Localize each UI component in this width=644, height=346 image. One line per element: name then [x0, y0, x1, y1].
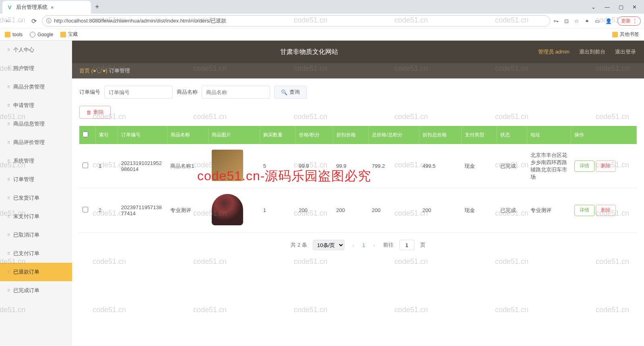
page-size-select[interactable]: 10条/页	[313, 240, 345, 250]
cell-status: 已完成	[497, 144, 527, 188]
menu-icon: ⠿	[7, 214, 10, 219]
cell-total: 200	[369, 188, 419, 233]
sidebar-item-11[interactable]: ⠿已支付订单	[0, 244, 72, 263]
sidebar-item-3[interactable]: ⠿申请管理	[0, 96, 72, 115]
col-header: 购买数量	[260, 126, 295, 144]
cell-total: 799.2	[369, 144, 419, 188]
sidebar-item-12[interactable]: ⠿已退款订单	[0, 263, 72, 281]
maximize-icon[interactable]: ▢	[619, 4, 623, 10]
app-root: ⠿个人中心⠿用户管理⠿商品分类管理⠿申请管理⠿商品信息管理⠿商品评价管理⠿系统管…	[0, 41, 644, 346]
content: 订单编号 商品名称 🔍查询 🗑删除 索引订单编号商品名称商品图片购买数量价格/积…	[72, 78, 644, 346]
sidebar-item-2[interactable]: ⠿商品分类管理	[0, 78, 72, 96]
table-row: 1202131910219529860​14商品名称1599.999.9799.…	[79, 144, 637, 188]
password-icon[interactable]: 🗝	[553, 18, 559, 24]
col-header: 订单编号	[118, 126, 167, 144]
sidebar-item-label: 申请管理	[13, 102, 34, 109]
col-header: 折扣价格	[333, 126, 368, 144]
cell-index: 1	[95, 144, 118, 188]
cell-pay: 现金	[461, 144, 497, 188]
row-checkbox[interactable]	[83, 163, 88, 168]
new-tab-button[interactable]: +	[95, 3, 99, 11]
prev-page-button[interactable]: ‹	[350, 242, 357, 248]
col-header: 操作	[571, 126, 637, 144]
extensions-icon[interactable]: ✦	[585, 18, 589, 24]
close-icon[interactable]: ×	[51, 4, 54, 10]
reading-list-icon[interactable]: ▭	[595, 18, 600, 24]
bookmark-tools[interactable]: tools	[5, 32, 23, 37]
sidebar-item-9[interactable]: ⠿未支付订单	[0, 207, 72, 226]
translate-icon[interactable]: ⊡	[564, 18, 569, 24]
cell-order: 202131910219529860​14	[118, 144, 167, 188]
tab-title: 后台管理系统	[16, 4, 47, 11]
name-input[interactable]	[202, 86, 270, 99]
cell-image	[208, 188, 260, 233]
detail-button[interactable]: 详情	[574, 205, 594, 216]
current-page: 1	[362, 242, 365, 248]
to-front-link[interactable]: 退出到前台	[579, 48, 605, 56]
orders-table: 索引订单编号商品名称商品图片购买数量价格/积分折扣价格总价格/总积分折扣总价格支…	[79, 126, 637, 233]
window-close-icon[interactable]: ✕	[632, 4, 637, 10]
goto-suf: 页	[420, 241, 425, 249]
menu-icon: ⠿	[7, 103, 10, 108]
globe-icon	[30, 32, 35, 37]
sidebar-item-label: 个人中心	[13, 46, 34, 54]
detail-button[interactable]: 详情	[574, 161, 594, 172]
sidebar-item-1[interactable]: ⠿用户管理	[0, 59, 72, 78]
table-body: 1202131910219529860​14商品名称1599.999.9799.…	[79, 144, 637, 233]
sidebar-item-13[interactable]: ⠿已完成订单	[0, 281, 72, 300]
row-delete-button[interactable]: 删除	[596, 205, 616, 216]
sidebar: ⠿个人中心⠿用户管理⠿商品分类管理⠿申请管理⠿商品信息管理⠿商品评价管理⠿系统管…	[0, 41, 72, 346]
cell-pay: 现金	[461, 188, 497, 233]
select-all-checkbox[interactable]	[83, 132, 88, 137]
sidebar-item-8[interactable]: ⠿已发货订单	[0, 189, 72, 207]
col-header: 索引	[95, 126, 118, 144]
profile-icon[interactable]: 👤	[605, 18, 612, 24]
minimize-icon[interactable]: —	[605, 4, 610, 10]
breadcrumb: 首页 (●'◡'●) 订单管理	[72, 63, 644, 78]
chevron-down-icon[interactable]: ⌄	[591, 4, 596, 10]
admin-label[interactable]: 管理员 admin	[538, 48, 570, 56]
browser-tab[interactable]: V 后台管理系统 ×	[2, 1, 91, 14]
forward-button[interactable]: →	[16, 17, 26, 25]
sidebar-item-7[interactable]: ⠿订单管理	[0, 170, 72, 189]
trash-icon: 🗑	[86, 109, 91, 115]
face-icon: (●'◡'●)	[91, 68, 107, 74]
site-info-icon[interactable]: ⓘ	[46, 17, 52, 25]
sidebar-item-10[interactable]: ⠿已取消订单	[0, 226, 72, 244]
sidebar-item-label: 已完成订单	[13, 287, 39, 294]
menu-icon: ⠿	[7, 196, 10, 200]
back-button[interactable]: ←	[3, 17, 13, 25]
logout-link[interactable]: 退出登录	[615, 48, 636, 56]
other-bookmarks[interactable]: 其他书签	[612, 31, 639, 38]
col-header: 折扣总价格	[419, 126, 461, 144]
bookmark-google[interactable]: Google	[30, 32, 53, 37]
next-page-button[interactable]: ›	[371, 242, 377, 248]
bookmark-treasure[interactable]: 宝藏	[60, 31, 78, 38]
address-bar[interactable]: ⓘ http://localhost:8080/feiwuzhiwenhua/a…	[42, 15, 550, 27]
browser-toolbar: ← → ⟳ ⓘ http://localhost:8080/feiwuzhiwe…	[0, 14, 644, 28]
row-checkbox[interactable]	[83, 207, 88, 212]
breadcrumb-home[interactable]: 首页	[79, 68, 90, 74]
sidebar-item-0[interactable]: ⠿个人中心	[0, 41, 72, 59]
app-header: 甘肃非物质文化网站 管理员 admin 退出到前台 退出登录	[72, 41, 644, 63]
col-header: 支付类型	[461, 126, 497, 144]
folder-icon	[612, 32, 618, 37]
sidebar-item-label: 已取消订单	[13, 231, 39, 239]
cell-index: 2	[95, 188, 118, 233]
batch-delete-button[interactable]: 🗑删除	[79, 106, 111, 119]
sidebar-item-4[interactable]: ⠿商品信息管理	[0, 115, 72, 133]
col-header: 总价格/总积分	[369, 126, 419, 144]
star-icon[interactable]: ☆	[574, 18, 579, 24]
order-input[interactable]	[104, 86, 173, 99]
sidebar-item-label: 已退款订单	[13, 268, 39, 276]
goto-page-input[interactable]	[399, 240, 415, 250]
bookmarks-bar: tools Google 宝藏 其他书签	[0, 28, 644, 40]
row-delete-button[interactable]: 删除	[596, 161, 616, 172]
update-button[interactable]: 更新⋮	[617, 16, 641, 26]
sidebar-item-5[interactable]: ⠿商品评价管理	[0, 133, 72, 152]
query-button[interactable]: 🔍查询	[274, 86, 307, 99]
reload-button[interactable]: ⟳	[29, 17, 39, 25]
sidebar-item-6[interactable]: ⠿系统管理	[0, 152, 72, 170]
app-title: 甘肃非物质文化网站	[80, 48, 538, 56]
cell-qty: 5	[260, 144, 295, 188]
